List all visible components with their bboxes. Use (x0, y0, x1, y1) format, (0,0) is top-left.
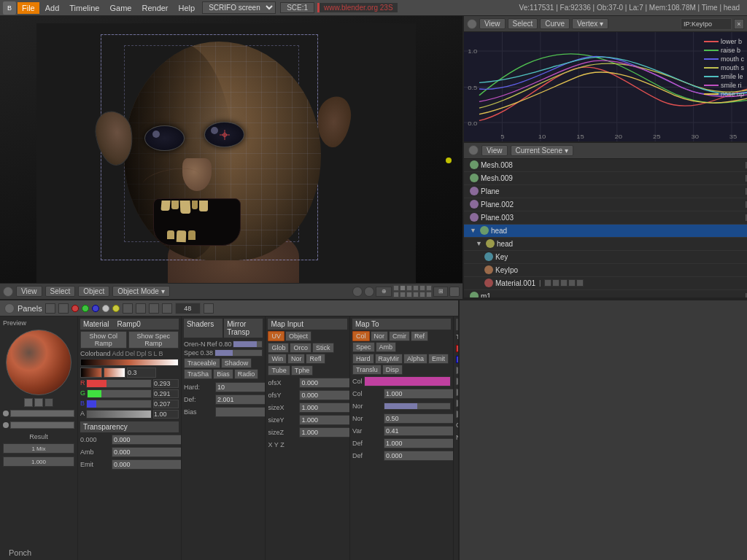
r-slider[interactable] (86, 379, 152, 388)
menu-timeline[interactable]: Timeline (65, 2, 104, 14)
nor-btn[interactable]: Nor (287, 354, 306, 364)
def-val[interactable] (215, 394, 266, 405)
ref-slider[interactable] (233, 341, 263, 348)
screen-selector[interactable]: SCRIFO screen (202, 1, 276, 14)
outliner-view[interactable]: View (481, 145, 508, 156)
outliner-plane1[interactable]: Plane | (464, 185, 747, 198)
swatch1[interactable] (80, 368, 102, 378)
ref2-btn[interactable]: Ref (411, 331, 428, 341)
curve-vertex[interactable]: Vertex ▾ (572, 18, 608, 29)
mode-selector[interactable]: Object Mode ▾ (112, 286, 169, 297)
hard2-btn[interactable]: Hard (352, 354, 374, 364)
amb2-btn[interactable]: Amb (376, 342, 397, 352)
tphe-btn[interactable]: Tphe (291, 365, 314, 376)
prev-icon1[interactable] (24, 398, 33, 407)
disp-btn[interactable]: Disp (382, 365, 403, 375)
refl-btn[interactable]: Refl (306, 354, 325, 364)
g-slider[interactable] (87, 389, 152, 398)
colorband-gradient[interactable] (80, 359, 179, 366)
white-dot[interactable] (102, 305, 109, 312)
show-col-ramp[interactable]: Show Col Ramp (80, 331, 127, 349)
object-btn[interactable]: Object (285, 331, 311, 341)
prev-icon2[interactable] (34, 398, 43, 407)
color-pos[interactable] (127, 368, 156, 378)
a-value[interactable] (153, 410, 179, 419)
trasha-btn[interactable]: TraSha (184, 369, 212, 379)
curve-curve[interactable]: Curve (540, 18, 570, 29)
ofsy-val[interactable] (299, 390, 350, 400)
radio-btn[interactable]: Radio (234, 369, 259, 379)
outliner-material[interactable]: Material.001 | (464, 277, 747, 290)
spec2-btn[interactable]: Spec (352, 342, 375, 352)
red-dot[interactable] (71, 305, 79, 312)
object-menu[interactable]: Object (78, 286, 109, 297)
yellow-dot[interactable] (112, 305, 120, 312)
nor2-btn[interactable]: Nor (371, 331, 389, 341)
viewport-icon3[interactable]: ⊕ (376, 287, 392, 297)
panels-icon3[interactable] (136, 303, 146, 314)
col-btn[interactable]: Col (352, 331, 370, 341)
viewport-3d[interactable]: (46) head View Select Object Object Mode… (0, 16, 462, 299)
prev-bar1[interactable] (10, 410, 74, 417)
panels-icon2[interactable] (123, 303, 133, 314)
nor-val[interactable]: 0.50 (384, 413, 454, 424)
panel-icon1[interactable] (45, 303, 55, 314)
bias-val[interactable] (215, 407, 266, 417)
glob-btn[interactable]: Glob (268, 343, 289, 353)
r-value[interactable] (153, 379, 179, 388)
panels-icon4[interactable] (149, 303, 159, 314)
sizey-val[interactable] (299, 415, 350, 425)
outliner-m1[interactable]: m1 | (464, 290, 747, 298)
b-value[interactable] (153, 400, 179, 408)
win-btn[interactable]: Win (268, 354, 287, 364)
prev-bar2[interactable] (10, 421, 74, 429)
result-bar[interactable]: 1 Mix (3, 443, 74, 454)
render-icon[interactable] (449, 287, 460, 297)
swatch2[interactable] (104, 368, 125, 378)
col-val[interactable]: 1.000 (384, 389, 454, 399)
outliner-mesh009[interactable]: Mesh.009 | (464, 172, 747, 185)
view-menu[interactable]: View (16, 286, 42, 297)
outliner-plane003[interactable]: Plane.003 | (464, 211, 747, 225)
col-slider[interactable] (364, 376, 451, 386)
raymir-btn[interactable]: RayMir (375, 354, 403, 364)
viewport-icon2[interactable] (364, 287, 374, 297)
menu-game[interactable]: Game (105, 2, 136, 14)
b-slider[interactable] (86, 400, 152, 408)
curve-view[interactable]: View (479, 18, 506, 29)
emit-val[interactable] (112, 459, 182, 470)
a-slider[interactable] (86, 410, 152, 419)
uv-btn[interactable]: UV (268, 331, 285, 341)
curve-close[interactable]: × (734, 19, 744, 29)
viewport-icon1[interactable] (352, 287, 363, 297)
menu-file[interactable]: File (18, 2, 39, 14)
stick-btn[interactable]: Stick (312, 343, 334, 353)
snap-icon[interactable]: ⊞ (433, 287, 448, 297)
outliner-keyipo[interactable]: KeyIpo (464, 264, 747, 277)
panels-icon5[interactable] (162, 303, 172, 314)
nor-slider-track[interactable] (384, 402, 451, 410)
scene-selector[interactable]: SCE:1 (280, 2, 314, 13)
orco-btn[interactable]: Orco (290, 343, 311, 353)
bias-btn[interactable]: Bias (213, 369, 233, 379)
menu-add[interactable]: Add (41, 2, 64, 14)
outliner-head[interactable]: ▼ head (464, 225, 747, 238)
panels-icon6[interactable] (204, 303, 214, 314)
outliner-head-arm[interactable]: ▼ head (464, 238, 747, 251)
menu-render[interactable]: Render (137, 2, 172, 14)
curve-editor[interactable]: View Select Curve Vertex ▾ × (464, 16, 747, 143)
alpha2-btn[interactable]: Alpha (403, 354, 427, 364)
emit2-btn[interactable]: Emit (428, 354, 449, 364)
var-val[interactable] (384, 426, 454, 436)
sizex-val[interactable] (299, 402, 350, 413)
blue-dot[interactable] (92, 305, 99, 312)
menu-help[interactable]: Help (174, 2, 200, 14)
hard-val[interactable] (215, 382, 266, 392)
shadow-btn[interactable]: Shadow (221, 358, 252, 368)
outliner-mesh008[interactable]: Mesh.008 | (464, 159, 747, 172)
curve-select[interactable]: Select (508, 18, 538, 29)
select-menu[interactable]: Select (45, 286, 76, 297)
ipo-search[interactable] (681, 18, 732, 30)
outliner-scene[interactable]: Current Scene ▾ (511, 145, 573, 156)
blender-icon[interactable]: B (3, 1, 16, 15)
